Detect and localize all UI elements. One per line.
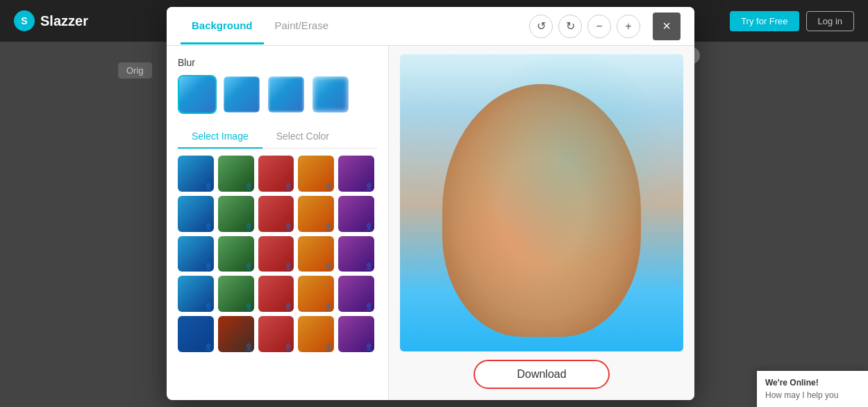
grid-thumb-3[interactable] [258,156,294,192]
grid-thumb-23[interactable] [258,316,294,352]
zoom-in-button[interactable]: + [617,15,640,38]
chat-title: We're Online! [765,378,860,388]
grid-thumb-25[interactable] [338,316,374,352]
grid-thumb-18[interactable] [258,276,294,312]
modal-header: Background Paint/Erase ↺ ↻ − + × [167,7,694,46]
orig-label: Orig [118,63,152,78]
grid-thumb-21[interactable] [178,316,214,352]
grid-thumb-6[interactable] [178,196,214,232]
grid-thumb-2[interactable] [218,156,254,192]
modal-body: Blur Select Image Select Color [167,46,694,400]
blur-thumb-1[interactable] [178,75,217,114]
sub-tabs: Select Image Select Color [178,125,377,149]
grid-thumb-1[interactable] [178,156,214,192]
grid-thumb-24[interactable] [298,316,334,352]
redo-button[interactable]: ↻ [558,15,582,38]
grid-thumb-8[interactable] [258,196,294,232]
grid-thumb-4[interactable] [298,156,334,192]
modal-close-button[interactable]: × [653,13,681,40]
photo-overlay [400,54,683,351]
brand-name: Slazzer [40,13,88,29]
preview-photo [400,54,683,351]
blur-thumb-2[interactable] [222,75,261,114]
image-grid [178,156,377,352]
right-panel: Download [389,46,694,400]
chat-widget: We're Online! How may I help you [757,371,868,407]
blur-thumb-inner-1 [179,76,215,113]
login-button[interactable]: Log in [806,11,854,31]
tab-background[interactable]: Background [181,8,264,44]
grid-thumb-10[interactable] [338,196,374,232]
tab-paint-erase[interactable]: Paint/Erase [264,8,340,44]
blur-section-title: Blur [178,57,377,68]
blur-thumb-3[interactable] [267,75,306,114]
try-free-button[interactable]: Try for Free [730,11,799,31]
subtab-select-image[interactable]: Select Image [178,125,262,149]
blur-thumb-inner-4 [312,76,349,113]
brand-logo: S Slazzer [14,10,88,31]
chat-subtitle: How may I help you [765,390,860,400]
subtab-select-color[interactable]: Select Color [262,125,343,149]
left-panel: Blur Select Image Select Color [167,46,389,400]
blur-thumb-inner-3 [268,76,304,113]
image-grid-wrapper[interactable] [178,156,377,389]
grid-thumb-19[interactable] [298,276,334,312]
modal-controls: ↺ ↻ − + × [529,13,681,40]
grid-thumb-11[interactable] [178,236,214,272]
grid-thumb-15[interactable] [338,236,374,272]
undo-button[interactable]: ↺ [529,15,553,38]
grid-thumb-9[interactable] [298,196,334,232]
grid-thumb-20[interactable] [338,276,374,312]
preview-image [400,54,683,351]
logo-char: S [21,15,27,26]
grid-thumb-12[interactable] [218,236,254,272]
blur-thumb-4[interactable] [311,75,350,114]
grid-thumb-22[interactable] [218,316,254,352]
grid-thumb-16[interactable] [178,276,214,312]
top-bar-right: Try for Free Log in [730,11,854,31]
blur-thumb-inner-2 [224,76,260,113]
zoom-out-button[interactable]: − [587,15,611,38]
grid-thumb-5[interactable] [338,156,374,192]
download-area: Download [474,360,609,389]
download-button[interactable]: Download [474,360,609,389]
grid-thumb-14[interactable] [298,236,334,272]
grid-thumb-7[interactable] [218,196,254,232]
logo-icon: S [14,10,35,31]
blur-thumbnails [178,75,377,114]
grid-thumb-13[interactable] [258,236,294,272]
grid-thumb-17[interactable] [218,276,254,312]
editor-modal: Background Paint/Erase ↺ ↻ − + × Blur [167,7,694,400]
